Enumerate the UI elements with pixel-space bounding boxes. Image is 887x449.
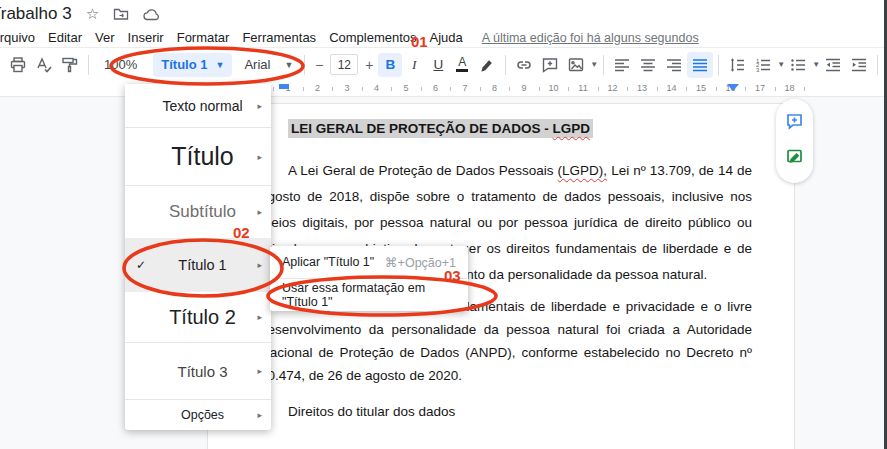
submenu-arrow-icon: ▸ [252,152,262,162]
insert-image-button[interactable]: ▼ [563,52,598,78]
numbered-list-button[interactable]: 123 ▼ [750,52,785,78]
text-color-button[interactable]: A [450,53,474,77]
ruler-tick [450,87,451,91]
zoom-select[interactable]: 100% [94,57,147,72]
increase-indent-button[interactable] [846,52,872,78]
style-menu-item-título[interactable]: Título▸ [125,128,271,186]
highlight-color-button[interactable] [474,52,500,78]
toolbar-separator [718,55,719,75]
toolbar-separator [88,55,89,75]
print-button[interactable] [5,52,31,78]
style-menu-item-título-2[interactable]: Título 2▸ [125,292,271,343]
ruler-number: 17 [755,83,765,93]
menu-ver[interactable]: Ver [95,30,115,45]
bold-button[interactable]: B [378,53,402,77]
style-menu-item-título-3[interactable]: Título 3▸ [125,343,271,400]
bulleted-list-button[interactable]: ▼ [785,52,820,78]
apply-style-shortcut: ⌘+Opção+1 [385,255,456,270]
align-center-button[interactable] [635,52,661,78]
star-icon[interactable]: ☆ [86,5,99,23]
underline-button[interactable]: U [426,53,450,77]
font-size-input[interactable]: 12 [330,54,358,75]
increase-font-size-button[interactable]: + [360,53,378,77]
style-menu-item-texto-normal[interactable]: Texto normal▸ [125,84,271,128]
ruler-tick [303,87,304,91]
ruler-tick [804,87,805,91]
menu-bar-row: ArquivoEditarVerInserirFormatarFerrament… [0,28,887,48]
ruler-tick [716,87,717,91]
first-line-indent-marker[interactable] [279,84,289,89]
align-left-button[interactable] [609,52,635,78]
cloud-saved-icon[interactable] [143,8,161,21]
right-indent-marker[interactable] [727,84,739,91]
google-docs-window: Trabalho 3 ☆ ArquivoEditarVerInserirForm… [0,0,887,449]
ruler-tick [598,87,599,91]
style-menu-label: Título 1 [153,257,252,273]
style-menu-label: Opções [153,408,252,422]
chevron-down-icon: ▼ [590,60,598,69]
menu-formatar[interactable]: Formatar [177,30,230,45]
decrease-indent-button[interactable] [820,52,846,78]
heading-selection-highlight: LEI GERAL DE PROTEÇÃO DE DADOS - LGPD [288,119,593,138]
menu-ajuda[interactable]: Ajuda [430,30,463,45]
chevron-down-icon: ▼ [284,60,293,70]
document-title[interactable]: Trabalho 3 [0,4,72,24]
ruler-number: 5 [403,83,408,93]
move-folder-icon[interactable] [113,7,129,21]
ruler-number: 6 [433,83,438,93]
numbered-list-icon: 123 [750,52,776,78]
decrease-font-size-button[interactable]: − [310,53,328,77]
submenu-arrow-icon: ▸ [252,260,262,270]
paragraph-text: A Lei Geral de Proteção de Dados Pessoai… [288,163,558,178]
checkmark-icon: ✓ [136,258,153,272]
style-menu-label: Subtítulo [153,202,252,222]
last-edit-link[interactable]: A última edição foi há alguns segundos [482,31,699,45]
chevron-down-icon: ▼ [812,60,820,69]
submenu-arrow-icon: ▸ [252,312,262,322]
font-select[interactable]: Arial ▼ [238,57,299,72]
menu-editar[interactable]: Editar [48,30,82,45]
submenu-arrow-icon: ▸ [252,366,262,376]
paragraph-style-select[interactable]: Título 1 ▼ [153,53,232,77]
add-comment-button[interactable] [537,52,563,78]
suggest-edits-button[interactable] [785,147,804,170]
ruler-tick [745,87,746,91]
doc-heading[interactable]: LEI GERAL DE PROTEÇÃO DE DADOS - LGPD [288,119,752,139]
line-spacing-button[interactable] [724,52,750,78]
menu-complementos[interactable]: Complementos [329,30,416,45]
align-justify-button[interactable] [687,52,713,78]
style-menu-label: Título 2 [153,306,252,329]
style-menu-item-título-1[interactable]: ✓Título 1▸ [125,238,271,292]
ruler-number: 14 [666,83,676,93]
update-style-label: Usar essa formatação em "Título 1" [282,281,456,309]
apply-style-menu-item[interactable]: Aplicar "Título 1" ⌘+Opção+1 [270,246,468,278]
style-menu-label: Título [153,142,252,171]
insert-link-button[interactable] [511,52,537,78]
ruler-number: 7 [462,83,467,93]
color-bar [456,69,468,72]
ruler-number: 3 [344,83,349,93]
menu-ferramentas[interactable]: Ferramentas [242,30,316,45]
doc-paragraph-3[interactable]: Toda pessoa natural tem assegurada a tit… [260,444,752,449]
ruler-tick [568,87,569,91]
update-style-menu-item[interactable]: Usar essa formatação em "Título 1" [270,279,468,311]
style-menu-item-subtítulo[interactable]: Subtítulo▸ [125,186,271,238]
ruler-tick [686,87,687,91]
style-menu-item-opções[interactable]: Opções▸ [125,400,271,430]
ruler-tick [509,87,510,91]
add-comment-margin-button[interactable] [785,112,804,135]
ruler-number: 15 [696,83,706,93]
align-right-button[interactable] [661,52,687,78]
paragraph-text: Para garantir os direitos fundamentais d… [260,299,752,383]
spell-check-button[interactable] [31,52,57,78]
menu-arquivo[interactable]: Arquivo [0,30,35,45]
italic-button[interactable]: I [402,53,426,77]
ruler-number: 13 [637,83,647,93]
ruler-number: 4 [374,83,379,93]
style-menu-label: Título 3 [153,363,252,380]
chevron-down-icon: ▼ [215,60,224,70]
paint-format-button[interactable] [57,52,83,78]
doc-subheading[interactable]: Direitos do titular dos dados [260,402,752,422]
chevron-down-icon: ▼ [777,60,785,69]
menu-inserir[interactable]: Inserir [128,30,164,45]
